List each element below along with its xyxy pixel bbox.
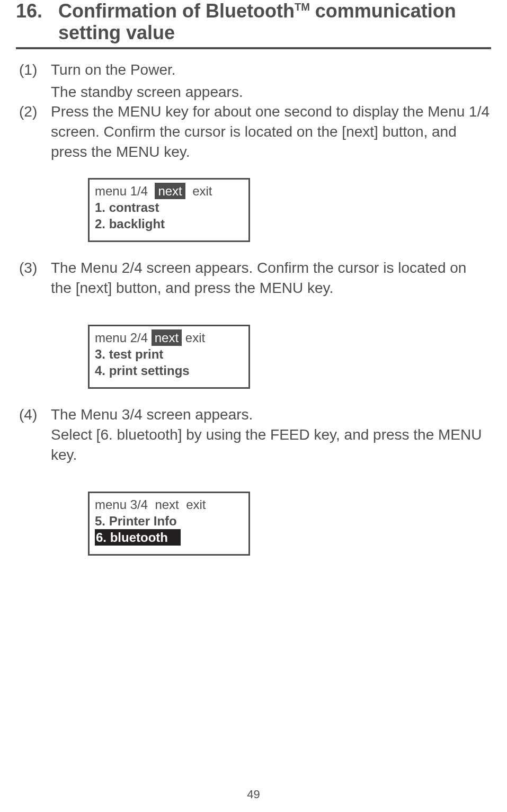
- lcd3-item2-selected: 6. bluetooth: [95, 529, 181, 546]
- step-4-line2: Select [6. bluetooth] by using the FEED …: [51, 425, 491, 465]
- title-line2: setting value: [58, 22, 175, 43]
- lcd1-menu-label: menu 1/4: [95, 184, 148, 198]
- lcd2-item1: 3. test print: [95, 346, 243, 362]
- lcd1-next-button: next: [155, 183, 185, 199]
- step-2-text: Press the MENU key for about one second …: [51, 102, 491, 162]
- step-4: (4) The Menu 3/4 screen appears. Select …: [19, 405, 491, 465]
- body-text: (1) Turn on the Power. The standby scree…: [16, 60, 491, 556]
- lcd3-next-label: next: [155, 497, 179, 512]
- step-3-text: The Menu 2/4 screen appears. Confirm the…: [51, 258, 491, 298]
- step-2-number: (2): [19, 102, 51, 162]
- lcd-screen-3: menu 3/4 next exit 5. Printer Info 6. bl…: [88, 492, 250, 556]
- lcd3-menu-label: menu 3/4: [95, 497, 148, 512]
- lcd3-row1: menu 3/4 next exit: [95, 496, 243, 513]
- lcd1-item1: 1. contrast: [95, 199, 243, 216]
- lcd-screen-1: menu 1/4 next exit 1. contrast 2. backli…: [88, 178, 250, 243]
- lcd3-item1: 5. Printer Info: [95, 513, 243, 529]
- step-1: (1) Turn on the Power.: [19, 60, 491, 80]
- lcd2-item2: 4. print settings: [95, 362, 243, 379]
- step-4-number: (4): [19, 405, 51, 465]
- trademark-symbol: TM: [295, 1, 310, 13]
- section-heading: 16. Confirmation of BluetoothTM communic…: [16, 0, 491, 44]
- lcd1-item2: 2. backlight: [95, 216, 243, 232]
- title-line1b: communication: [310, 0, 456, 22]
- lcd1-row1: menu 1/4 next exit: [95, 183, 243, 199]
- lcd2-next-button: next: [152, 329, 182, 346]
- title-line1a: Confirmation of Bluetooth: [58, 0, 295, 22]
- lcd2-exit-label: exit: [185, 331, 205, 345]
- lcd2-menu-label: menu 2/4: [95, 331, 148, 345]
- section-number: 16.: [16, 0, 58, 22]
- lcd2-row1: menu 2/4 next exit: [95, 329, 243, 346]
- step-2: (2) Press the MENU key for about one sec…: [19, 102, 491, 162]
- page-number: 49: [0, 788, 507, 801]
- heading-divider: [16, 47, 491, 49]
- lcd3-exit-label: exit: [186, 497, 206, 512]
- lcd1-exit-label: exit: [192, 184, 212, 198]
- lcd-screen-2: menu 2/4 next exit 3. test print 4. prin…: [88, 325, 250, 389]
- step-1-line1: Turn on the Power.: [51, 60, 491, 80]
- section-title: Confirmation of BluetoothTM communicatio…: [58, 0, 456, 44]
- step-3: (3) The Menu 2/4 screen appears. Confirm…: [19, 258, 491, 298]
- step-3-number: (3): [19, 258, 51, 298]
- step-1-line2: The standby screen appears.: [19, 82, 491, 102]
- step-4-line1: The Menu 3/4 screen appears.: [51, 405, 491, 425]
- step-1-number: (1): [19, 60, 51, 80]
